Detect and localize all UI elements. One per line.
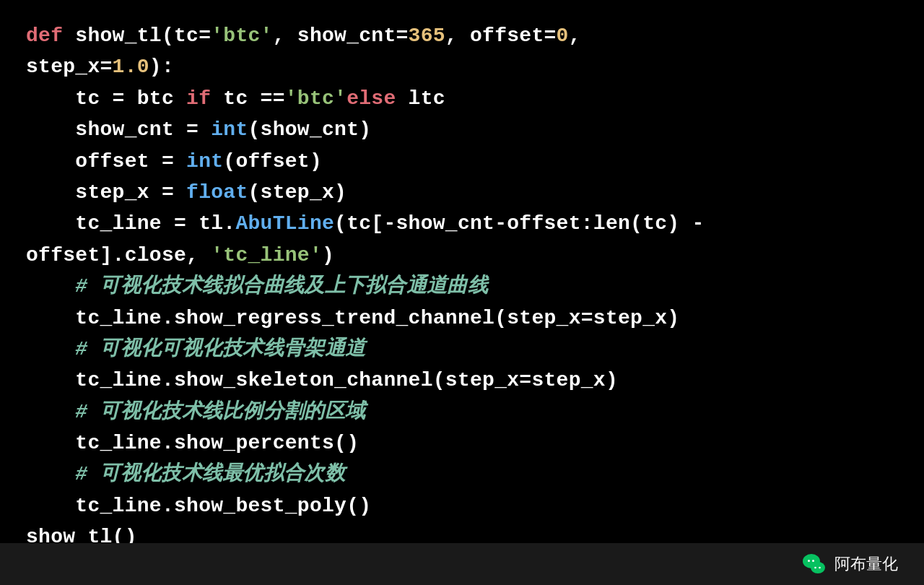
code-line: step_x = float(step_x) xyxy=(26,177,898,208)
code-token: tc == xyxy=(211,87,285,110)
brand-label: 阿布量化 xyxy=(834,553,898,575)
code-token: step_x = xyxy=(26,181,186,204)
code-token: offset].close, xyxy=(26,244,211,266)
svg-point-1 xyxy=(808,560,810,562)
code-token: tc_line.show_regress_trend_channel(step_… xyxy=(26,307,679,329)
code-line: tc_line.show_regress_trend_channel(step_… xyxy=(26,303,898,334)
code-token: def xyxy=(26,25,75,47)
code-container: def show_tl(tc='btc', show_cnt=365, offs… xyxy=(0,0,924,585)
code-line: tc = btc if tc =='btc'else ltc xyxy=(26,83,898,114)
code-token: 'btc' xyxy=(285,87,346,110)
code-line: # 可视化技术线比例分割的区域 xyxy=(26,396,898,428)
code-token: ) xyxy=(322,244,334,266)
code-token: (show_cnt) xyxy=(248,118,372,141)
bottom-bar: 阿布量化 xyxy=(0,543,924,585)
code-line: tc_line.show_best_poly() xyxy=(26,490,898,521)
code-token: tc_line.show_skeleton_channel(step_x=ste… xyxy=(26,369,618,391)
code-token: # 可视化可视化技术线骨架通道 xyxy=(26,338,365,360)
code-token: , xyxy=(569,25,581,47)
code-line: # 可视化技术线最优拟合次数 xyxy=(26,459,898,490)
svg-point-3 xyxy=(811,562,825,573)
code-token: , show_cnt= xyxy=(273,25,409,47)
code-token: show_cnt = xyxy=(26,118,211,141)
svg-point-4 xyxy=(814,567,816,569)
svg-point-5 xyxy=(819,567,821,569)
code-token: # 可视化技术线比例分割的区域 xyxy=(26,401,365,423)
code-token: # 可视化技术线拟合曲线及上下拟合通道曲线 xyxy=(26,275,488,298)
code-line: step_x=1.0): xyxy=(26,51,898,82)
code-line: show_cnt = int(show_cnt) xyxy=(26,114,898,145)
code-token: 'tc_line' xyxy=(211,244,322,266)
code-token: (offset) xyxy=(223,150,322,173)
code-token: (step_x) xyxy=(248,181,347,204)
code-line: offset].close, 'tc_line') xyxy=(26,240,898,271)
code-token: , offset= xyxy=(445,25,557,47)
code-token: tc_line.show_best_poly() xyxy=(26,495,371,517)
code-token: 'btc' xyxy=(211,25,272,47)
code-token: if xyxy=(186,87,211,110)
code-token: int xyxy=(186,150,223,173)
wechat-icon xyxy=(801,551,827,577)
code-token: show_tl(tc= xyxy=(75,25,211,47)
code-token: int xyxy=(211,118,248,141)
code-token: 365 xyxy=(409,25,445,47)
code-token: offset = xyxy=(26,150,186,173)
code-line: # 可视化技术线拟合曲线及上下拟合通道曲线 xyxy=(26,271,898,302)
code-token: float xyxy=(186,181,248,204)
code-token: else xyxy=(346,87,396,110)
code-token: tc_line.show_percents() xyxy=(26,432,359,454)
code-token: ): xyxy=(149,56,174,78)
code-token: (tc[-show_cnt-offset:len(tc) - xyxy=(334,212,704,235)
code-token: ltc xyxy=(396,87,445,110)
code-token: step_x= xyxy=(26,56,113,78)
code-line: def show_tl(tc='btc', show_cnt=365, offs… xyxy=(26,20,898,51)
svg-point-2 xyxy=(812,560,814,562)
code-token: 1.0 xyxy=(113,56,149,78)
code-line: offset = int(offset) xyxy=(26,146,898,177)
code-token: tc_line = tl. xyxy=(26,212,235,235)
code-line: tc_line = tl.AbuTLine(tc[-show_cnt-offse… xyxy=(26,208,898,239)
code-token: # 可视化技术线最优拟合次数 xyxy=(26,463,345,485)
code-line: # 可视化可视化技术线骨架通道 xyxy=(26,334,898,365)
code-token: tc = btc xyxy=(26,87,186,110)
code-token: AbuTLine xyxy=(235,212,334,235)
code-line: tc_line.show_percents() xyxy=(26,428,898,459)
code-line: tc_line.show_skeleton_channel(step_x=ste… xyxy=(26,365,898,396)
code-token: 0 xyxy=(557,25,569,47)
code-block: def show_tl(tc='btc', show_cnt=365, offs… xyxy=(26,20,898,553)
